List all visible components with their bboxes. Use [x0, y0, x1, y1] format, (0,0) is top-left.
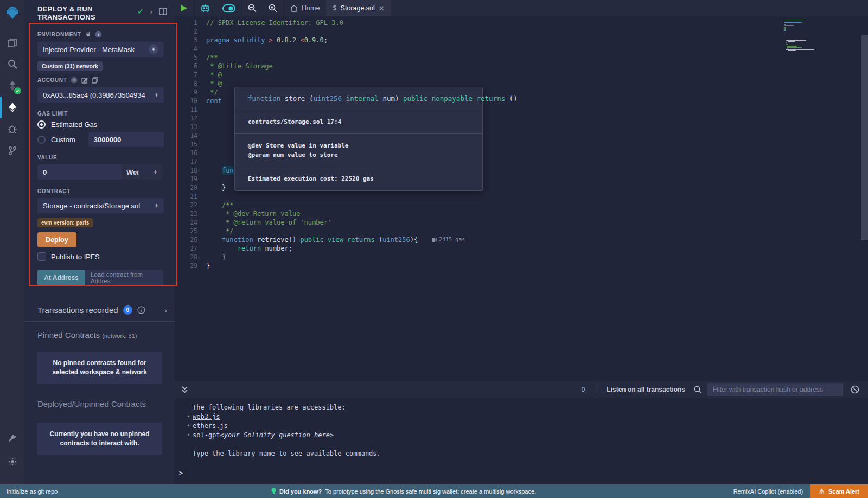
- editor-scrollbar[interactable]: [861, 35, 868, 240]
- code-line[interactable]: }: [206, 261, 830, 270]
- terminal-intro: The following libraries are accessible:: [193, 403, 868, 412]
- did-you-know-tip: Did you know? To prototype using the Gno…: [271, 488, 536, 495]
- close-tab-icon[interactable]: ✕: [379, 4, 385, 12]
- line-number: 25: [175, 227, 202, 235]
- gas-estimate-annotation: 2415 gas: [432, 235, 465, 244]
- panel-collapse-icon[interactable]: ›: [150, 8, 152, 16]
- publish-ipfs-checkbox[interactable]: [37, 252, 46, 261]
- library-link[interactable]: web3.js: [193, 412, 220, 422]
- deploy-button[interactable]: Deploy: [37, 232, 76, 247]
- copilot-status[interactable]: RemixAI Copilot (enabled): [733, 488, 803, 495]
- terminal-collapse-icon[interactable]: [181, 386, 188, 393]
- code-line[interactable]: return number;: [206, 244, 830, 253]
- line-number: 5: [175, 53, 202, 62]
- terminal-hint: Type the library name to see available c…: [193, 449, 868, 458]
- at-address-input[interactable]: Load contract from Addres: [85, 270, 163, 286]
- code-line[interactable]: pragma solidity >=0.8.2 <0.9.0;: [206, 36, 830, 44]
- zoom-in-icon[interactable]: [263, 0, 283, 16]
- sign-message-icon[interactable]: [81, 77, 88, 84]
- file-explorer-icon[interactable]: [0, 31, 24, 53]
- code-line[interactable]: /**: [206, 53, 830, 62]
- estimated-gas-radio[interactable]: [37, 120, 46, 129]
- code-line[interactable]: /**: [206, 201, 830, 209]
- function-hover-tooltip: function store (uint256 internal num) pu…: [234, 87, 483, 191]
- settings-gear-icon[interactable]: [0, 451, 24, 473]
- value-input[interactable]: 0: [37, 164, 122, 180]
- copy-address-icon[interactable]: [92, 77, 98, 84]
- active-plugin-indicator: [0, 97, 2, 118]
- line-number: 14: [175, 131, 202, 140]
- code-line[interactable]: [206, 27, 830, 36]
- custom-gas-radio[interactable]: [37, 136, 46, 144]
- listen-all-checkbox[interactable]: [595, 386, 602, 393]
- code-line[interactable]: * @return value of 'number': [206, 218, 830, 227]
- at-address-button[interactable]: At Address: [37, 270, 85, 286]
- debugger-icon[interactable]: [0, 118, 24, 140]
- ai-copilot-robot-icon[interactable]: [194, 0, 216, 16]
- deploy-run-icon[interactable]: [0, 97, 24, 118]
- transactions-expand-icon[interactable]: ›: [164, 305, 167, 315]
- line-number: 4: [175, 44, 202, 53]
- bullet: •: [187, 431, 193, 440]
- tooltip-signature-token: public: [403, 94, 427, 103]
- terminal-output[interactable]: The following libraries are accessible: …: [175, 398, 868, 484]
- terminal-filter-input[interactable]: [707, 383, 843, 396]
- copilot-toggle-icon[interactable]: [216, 0, 241, 16]
- tooltip-signature-token: (): [505, 94, 518, 103]
- value-unit-select[interactable]: Wei ▲▼: [122, 164, 162, 180]
- tab-home[interactable]: Home: [284, 0, 326, 16]
- tab-storage-sol[interactable]: S Storage.sol ✕: [326, 0, 391, 16]
- line-number: 22: [175, 201, 202, 209]
- contract-select[interactable]: Storage - contracts/Storage.sol ▲▼: [37, 198, 164, 213]
- git-icon[interactable]: [0, 140, 24, 162]
- editor-gutter: 1234567891011121314151617181920212223242…: [175, 18, 202, 270]
- run-script-icon[interactable]: [175, 0, 194, 16]
- value-label: VALUE: [37, 155, 164, 161]
- add-account-icon[interactable]: [71, 76, 78, 84]
- git-init-button[interactable]: Initialize as git repo: [7, 488, 58, 495]
- search-icon[interactable]: [0, 53, 24, 75]
- code-token: 0.8.2: [277, 36, 300, 44]
- publish-ipfs-label: Publish to IPFS: [51, 253, 100, 261]
- code-token: 0.9.0: [304, 36, 324, 44]
- code-line[interactable]: }: [206, 253, 830, 261]
- info-icon[interactable]: i: [137, 306, 145, 314]
- code-line[interactable]: */: [206, 227, 830, 235]
- custom-gas-input[interactable]: 3000000: [88, 132, 164, 147]
- code-line[interactable]: [206, 192, 830, 201]
- tooltip-signature-token: nonpayable: [432, 94, 473, 103]
- plugin-manager-icon[interactable]: [0, 427, 24, 449]
- tooltip-signature-token: internal: [346, 94, 379, 103]
- solidity-compiler-icon[interactable]: ✓: [0, 75, 24, 97]
- editor-minimap[interactable]: [784, 20, 838, 54]
- library-link[interactable]: ethers.js: [193, 422, 228, 431]
- code-token: * @: [206, 79, 222, 88]
- code-line[interactable]: * @title Storage: [206, 62, 830, 71]
- terminal-prompt[interactable]: >: [179, 469, 183, 478]
- environment-select[interactable]: Injected Provider - MetaMask ▲▼: [37, 42, 164, 57]
- code-token: * @title Storage: [206, 62, 273, 71]
- code-line[interactable]: function retrieve() public view returns …: [206, 235, 830, 244]
- code-token: (: [375, 235, 382, 244]
- plug-icon[interactable]: [85, 31, 91, 37]
- panel-layout-icon[interactable]: [159, 8, 167, 15]
- transactions-recorded-label: Transactions recorded: [37, 305, 118, 315]
- info-icon[interactable]: i: [95, 31, 102, 38]
- clear-console-icon[interactable]: [851, 385, 859, 394]
- warning-icon: ⚠: [819, 488, 825, 495]
- code-line[interactable]: * @: [206, 71, 830, 79]
- remix-logo-icon[interactable]: [0, 0, 24, 25]
- line-number: 16: [175, 149, 202, 157]
- chevron-updown-icon: ▲▼: [149, 44, 158, 54]
- zoom-out-icon[interactable]: [242, 0, 263, 16]
- code-token: retrieve: [257, 235, 289, 244]
- scam-alert-button[interactable]: ⚠ Scam Alert: [810, 484, 868, 498]
- code-line[interactable]: [206, 44, 830, 53]
- custom-gas-label: Custom: [51, 136, 75, 144]
- code-line[interactable]: * @dev Return value: [206, 209, 830, 218]
- code-editor[interactable]: 1234567891011121314151617181920212223242…: [175, 16, 868, 381]
- code-line[interactable]: // SPDX-License-Identifier: GPL-3.0: [206, 18, 830, 27]
- code-token: */: [206, 227, 234, 235]
- account-select[interactable]: 0xA03...85ac4 (0.398673504934 ▲▼: [37, 87, 164, 103]
- deploy-run-panel: DEPLOY & RUNTRANSACTIONS ✓ › ENVIRONMENT…: [24, 0, 175, 484]
